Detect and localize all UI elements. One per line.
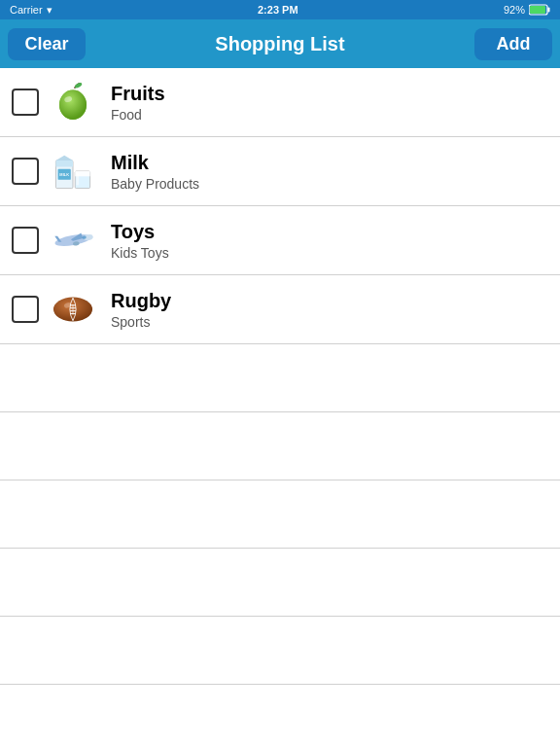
checkbox-milk[interactable] [12, 158, 39, 185]
svg-rect-14 [77, 172, 80, 185]
checkbox-fruits[interactable] [12, 89, 39, 116]
navbar: Clear Shopping List Add [0, 19, 560, 68]
status-bar: Carrier ▾ 2:23 PM 92% [0, 0, 560, 19]
rugby-text: Rugby Sports [111, 290, 548, 330]
battery-label: 92% [504, 4, 525, 16]
clear-button[interactable]: Clear [8, 28, 86, 60]
shopping-list: Fruits Food MILK [0, 68, 560, 747]
empty-row [0, 412, 560, 480]
empty-row [0, 549, 560, 617]
fruits-icon [49, 78, 97, 126]
milk-svg: MILK [52, 147, 94, 196]
page-title: Shopping List [86, 33, 474, 55]
rugby-icon [49, 285, 97, 334]
checkbox-rugby[interactable] [12, 296, 39, 323]
checkbox-toys[interactable] [12, 227, 39, 254]
list-item: Rugby Sports [0, 275, 560, 344]
toys-name: Toys [111, 221, 548, 243]
airplane-svg [49, 222, 97, 259]
rugby-svg [51, 290, 95, 329]
status-carrier: Carrier ▾ [10, 4, 52, 17]
toys-category: Kids Toys [111, 245, 548, 261]
carrier-label: Carrier [10, 4, 43, 16]
rugby-category: Sports [111, 314, 548, 330]
empty-row [0, 344, 560, 412]
list-item: Fruits Food [0, 68, 560, 137]
toys-text: Toys Kids Toys [111, 221, 548, 261]
toys-icon [49, 216, 97, 265]
milk-category: Baby Products [111, 176, 548, 192]
svg-rect-8 [55, 160, 73, 167]
milk-icon: MILK [49, 147, 97, 196]
battery-icon [529, 4, 550, 16]
add-button[interactable]: Add [474, 28, 552, 60]
fruits-text: Fruits Food [111, 83, 548, 123]
list-item: Toys Kids Toys [0, 206, 560, 275]
rugby-name: Rugby [111, 290, 548, 312]
list-item: MILK Milk Baby Products [0, 137, 560, 206]
svg-rect-1 [547, 8, 549, 13]
svg-rect-2 [530, 6, 545, 14]
svg-text:MILK: MILK [59, 172, 69, 177]
svg-point-5 [59, 90, 87, 120]
milk-text: Milk Baby Products [111, 152, 548, 192]
apple-svg [52, 81, 94, 124]
signal-icon: ▾ [47, 4, 52, 17]
empty-row [0, 480, 560, 549]
empty-row [0, 617, 560, 685]
fruits-name: Fruits [111, 83, 548, 105]
status-battery: 92% [504, 4, 550, 16]
fruits-category: Food [111, 107, 548, 123]
milk-name: Milk [111, 152, 548, 174]
status-time: 2:23 PM [258, 4, 298, 16]
svg-marker-11 [55, 156, 73, 160]
